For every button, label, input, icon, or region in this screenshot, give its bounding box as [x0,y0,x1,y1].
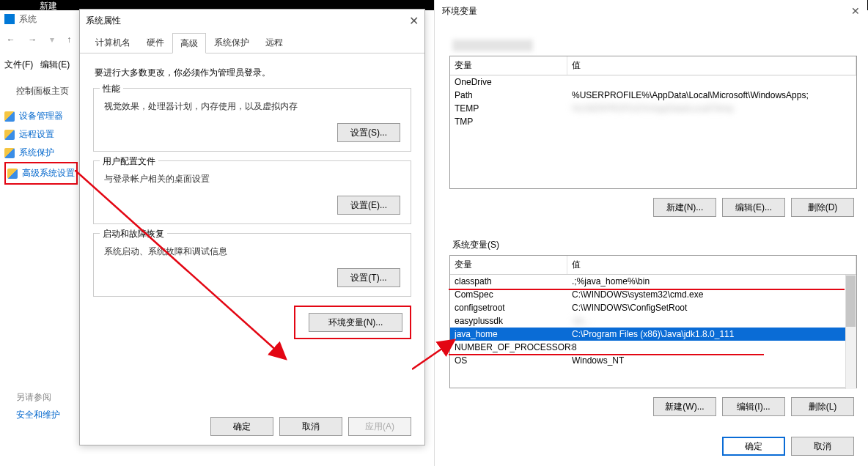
col-value[interactable]: 值 [567,256,856,274]
userprofile-group: 用户配置文件 与登录帐户相关的桌面设置 设置(E)... [93,160,411,224]
back-arrow-icon[interactable]: ← [7,34,15,45]
sys-new-button[interactable]: 新建(W)... [653,397,716,416]
table-row[interactable]: configsetrootC:\WINDOWS\ConfigSetRoot [450,301,856,314]
cell-value [572,116,852,127]
close-icon[interactable]: ✕ [409,14,419,28]
cell-value: C:\WINDOWS\system32\cmd.exe [572,289,852,300]
shield-icon [4,111,15,122]
performance-group: 性能 视觉效果，处理器计划，内存使用，以及虚拟内存 设置(S)... [93,88,411,152]
profile-settings-button[interactable]: 设置(E)... [337,196,400,215]
env-ok-button[interactable]: 确定 [722,437,785,456]
system-vars-table[interactable]: 变量 值 classpath.;%java_home%\binComSpecC:… [449,255,857,388]
cell-variable: Path [455,90,572,100]
system-properties-dialog: 系统属性 ✕ 计算机名 硬件 高级 系统保护 远程 要进行大多数更改，你必须作为… [79,9,425,445]
sidebar: 设备管理器 远程设置 系统保护 高级系统设置 [4,107,78,185]
forward-arrow-icon[interactable]: → [28,34,37,45]
underline-annotation [449,289,845,290]
cell-variable: java_home [455,329,572,339]
sidebar-item-protection[interactable]: 系统保护 [4,144,78,162]
group-title: 用户配置文件 [100,155,158,168]
sidebar-item-label: 系统保护 [19,147,54,159]
scrollbar-track[interactable] [845,275,856,389]
system-icon [4,14,15,24]
menu-bar: 文件(F) 编辑(E) [4,59,78,71]
user-vars-table[interactable]: 变量 值 OneDrivePath%USERPROFILE%\AppData\L… [449,56,857,189]
tab-remote[interactable]: 远程 [257,32,291,53]
table-row[interactable]: OneDrive [450,75,856,89]
sidebar-item-advanced[interactable]: 高级系统设置 [7,164,75,182]
table-row[interactable]: classpath.;%java_home%\bin [450,275,856,288]
env-cancel-button[interactable]: 取消 [791,437,854,456]
group-title: 性能 [100,83,123,95]
perf-settings-button[interactable]: 设置(S)... [337,123,400,142]
ok-button[interactable]: 确定 [210,417,273,436]
system-label: 系统 [19,13,37,26]
sidebar-item-remote[interactable]: 远程设置 [4,125,78,144]
env-button-highlight: 环境变量(N)... [294,306,411,339]
user-edit-button[interactable]: 编辑(E)... [722,198,785,217]
cell-variable: ComSpec [455,289,572,300]
table-row[interactable]: NUMBER_OF_PROCESSORS8 [450,341,856,354]
startup-group: 启动和故障恢复 系统启动、系统故障和调试信息 设置(T)... [93,233,411,297]
table-row[interactable]: Path%USERPROFILE%\AppData\Local\Microsof… [450,89,856,102]
tab-advanced[interactable]: 高级 [172,33,206,53]
cell-variable: TEMP [455,103,572,114]
apply-button: 应用(A) [348,417,411,436]
group-desc: 视觉效果，处理器计划，内存使用，以及虚拟内存 [104,100,400,113]
cell-value: 8 [572,342,852,352]
sys-delete-button[interactable]: 删除(L) [791,397,854,416]
user-vars-label-blurred [452,40,533,51]
sidebar-highlight: 高级系统设置 [4,162,78,185]
startup-settings-button[interactable]: 设置(T)... [337,268,400,287]
control-panel-home-link[interactable]: 控制面板主页 [16,85,69,97]
tab-hardware[interactable]: 硬件 [139,32,172,53]
sidebar-item-label: 高级系统设置 [22,167,75,180]
cell-value: ;\bi... [572,316,852,326]
close-icon[interactable]: ✕ [851,5,860,17]
col-variable[interactable]: 变量 [450,56,567,75]
cell-variable: classpath [455,276,572,286]
tab-protection[interactable]: 系统保护 [206,32,257,53]
shield-icon [4,148,15,158]
table-row[interactable]: OSWindows_NT [450,354,856,367]
environment-variables-button[interactable]: 环境变量(N)... [309,313,402,332]
environment-variables-dialog: 环境变量 ✕ 变量 值 OneDrivePath%USERPROFILE%\Ap… [434,0,867,466]
cell-value: .;%java_home%\bin [572,276,852,286]
tab-computer-name[interactable]: 计算机名 [87,32,139,53]
admin-note: 要进行大多数更改，你必须作为管理员登录。 [80,53,424,85]
sys-edit-button[interactable]: 编辑(I)... [722,397,785,416]
cell-value: C:\WINDOWS\ConfigSetRoot [572,303,852,313]
tab-bar: 计算机名 硬件 高级 系统保护 远程 [80,32,424,53]
table-header: 变量 值 [450,256,856,275]
underline-annotation [449,354,764,355]
newtab-label: 新建 [40,1,57,11]
col-value[interactable]: 值 [567,56,856,75]
dialog-title: 系统属性 [86,15,121,27]
cell-value: %USERPROFILE%\AppData\Local\Microsoft\Wi… [572,90,852,100]
sidebar-item-device-manager[interactable]: 设备管理器 [4,107,78,125]
system-breadcrumb: 系统 [0,10,78,28]
user-delete-button[interactable]: 删除(D) [791,198,854,217]
cancel-button[interactable]: 取消 [279,417,342,436]
up-arrow-icon[interactable]: ↑ [67,34,71,45]
env-titlebar: 环境变量 ✕ [435,0,867,22]
user-new-button[interactable]: 新建(N)... [653,198,716,217]
cell-variable: TMP [455,116,572,127]
scrollbar-thumb[interactable] [846,275,856,327]
table-row[interactable]: TMP [450,115,856,128]
cell-variable: easyplussdk [455,316,572,326]
sidebar-item-label: 设备管理器 [19,110,63,122]
sidebar-item-label: 远程设置 [19,128,54,141]
table-row[interactable]: java_homeC:\Program Files (x86)\Java\jdk… [450,328,856,341]
table-row[interactable]: TEMP%USERPROFILE%\AppData\Local\Temp [450,102,856,115]
table-row[interactable]: easyplussdk;\bi... [450,314,856,328]
group-desc: 系统启动、系统故障和调试信息 [104,245,400,258]
cell-variable: OneDrive [455,77,572,87]
see-also-heading: 另请参阅 [16,391,51,404]
dialog-titlebar: 系统属性 ✕ [80,10,424,32]
col-variable[interactable]: 变量 [450,256,567,274]
menu-edit[interactable]: 编辑(E) [40,59,70,70]
cell-variable: NUMBER_OF_PROCESSORS [455,342,572,352]
security-maintenance-link[interactable]: 安全和维护 [16,409,60,421]
menu-file[interactable]: 文件(F) [4,59,33,70]
